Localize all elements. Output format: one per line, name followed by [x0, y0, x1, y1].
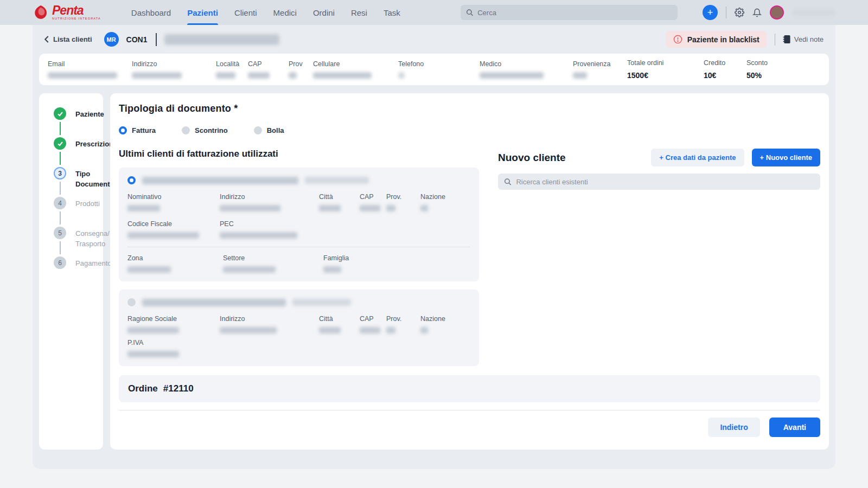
billing-clients-title: Ultimi clienti di fatturazione utilizzat… — [119, 149, 479, 159]
user-name-redacted — [792, 9, 835, 16]
step-tipo-documento[interactable]: 3 Tipo Documento — [54, 167, 99, 197]
search-icon — [504, 178, 511, 185]
info-field-credito: Credito 10€ — [704, 59, 746, 80]
patient-header: Lista clienti MR CON1 Paziente in blackl… — [39, 25, 829, 54]
radio-unselected-icon — [182, 126, 190, 134]
notifications-button[interactable] — [752, 8, 762, 17]
document-type-panel: Tipologia di documento * Fattura Scontri… — [110, 93, 829, 450]
settings-button[interactable] — [735, 8, 744, 17]
client2-title-redacted — [142, 299, 286, 306]
cap-redacted — [248, 72, 270, 79]
quick-add-button[interactable]: + — [703, 5, 718, 20]
user-avatar[interactable] — [770, 5, 784, 20]
info-field-email: Email — [48, 60, 132, 79]
nav-dashboard[interactable]: Dashboard — [131, 0, 171, 25]
prov-redacted — [289, 72, 297, 79]
new-client-panel: Nuovo cliente + Crea dati da paziente + … — [498, 149, 820, 366]
new-client-button[interactable]: + Nuovo cliente — [752, 149, 820, 166]
create-from-patient-button[interactable]: + Crea dati da paziente — [651, 149, 744, 166]
indirizzo1-redacted — [220, 205, 280, 211]
nav-task[interactable]: Task — [384, 0, 400, 25]
client-radio-selected[interactable] — [127, 176, 136, 184]
prov2-redacted — [386, 327, 395, 333]
nav-ordini[interactable]: Ordini — [313, 0, 335, 25]
gear-icon — [735, 8, 744, 17]
nav-resi[interactable]: Resi — [351, 0, 367, 25]
ragione-sociale-redacted — [127, 327, 179, 333]
back-button[interactable]: Indietro — [708, 418, 760, 437]
info-field-totale-ordini: Totale ordini 1500€ — [627, 59, 704, 80]
global-search-input[interactable] — [477, 9, 672, 17]
info-field-indirizzo: Indirizzo — [132, 60, 216, 79]
step-todo-circle: 5 — [54, 227, 66, 239]
radio-unselected-icon — [254, 126, 262, 134]
order-bar: Ordine #12110 — [119, 375, 820, 402]
header-divider — [156, 33, 157, 46]
back-to-list-link[interactable]: Lista clienti — [44, 35, 92, 43]
cap2-redacted — [360, 327, 380, 333]
search-icon — [466, 9, 473, 16]
client1-email-redacted — [305, 177, 369, 184]
nav-pazienti[interactable]: Pazienti — [187, 0, 218, 25]
radio-selected-icon — [119, 126, 127, 134]
nav-medici[interactable]: Medici — [273, 0, 297, 25]
client-radio-unselected[interactable] — [127, 298, 136, 306]
step-connector — [60, 211, 61, 224]
email-redacted — [48, 72, 117, 79]
citta1-redacted — [319, 205, 341, 211]
chevron-left-icon — [44, 36, 49, 43]
citta2-redacted — [319, 327, 341, 333]
step-todo-circle: 6 — [54, 256, 66, 269]
client-search-input[interactable] — [516, 178, 814, 186]
app-logo[interactable]: Penta NUTRIZIONE INTEGRATA — [33, 4, 101, 21]
next-button[interactable]: Avanti — [769, 418, 820, 437]
view-notes-button[interactable]: Vedi note — [783, 35, 824, 43]
client-search[interactable] — [498, 174, 820, 190]
topbar-divider — [726, 7, 726, 18]
workspace: Lista clienti MR CON1 Paziente in blackl… — [33, 25, 835, 469]
sconto-value: 50% — [746, 71, 779, 80]
global-search[interactable] — [461, 5, 678, 20]
step-paziente[interactable]: Paziente — [54, 107, 99, 137]
cap1-redacted — [360, 205, 380, 211]
radio-fattura[interactable]: Fattura — [119, 126, 156, 134]
main-nav: Dashboard Pazienti Clienti Medici Ordini… — [131, 0, 400, 25]
patient-avatar: MR — [104, 32, 119, 47]
step-connector — [60, 152, 61, 165]
new-client-title: Nuovo cliente — [498, 152, 566, 164]
step-current-circle: 3 — [54, 167, 66, 179]
nominativo-redacted — [127, 205, 160, 211]
billing-client-card-1[interactable]: Nominativo Indirizzo Città — [119, 168, 479, 281]
step-done-circle — [54, 137, 66, 150]
step-pagamento[interactable]: 6 Pagamento — [54, 256, 99, 269]
piva-redacted — [127, 351, 179, 357]
logo-tagline: NUTRIZIONE INTEGRATA — [52, 17, 101, 21]
telefono-redacted — [398, 72, 405, 79]
step-connector — [60, 241, 61, 254]
patient-name-redacted — [164, 34, 279, 45]
nav-clienti[interactable]: Clienti — [234, 0, 257, 25]
blacklist-label: Paziente in blacklist — [687, 35, 760, 44]
doc-type-title: Tipologia di documento * — [119, 103, 820, 114]
step-consegna-trasporto[interactable]: 5 Consegna/ Trasporto — [54, 227, 99, 256]
localita-redacted — [216, 72, 235, 79]
settore-redacted — [223, 266, 276, 273]
medico-redacted — [480, 72, 544, 79]
cellulare-redacted — [313, 72, 372, 79]
step-prescrizione[interactable]: Prescrizione — [54, 137, 99, 167]
step-prodotti[interactable]: 4 Prodotti — [54, 197, 99, 227]
blacklist-badge: Paziente in blacklist — [666, 31, 767, 48]
radio-bolla[interactable]: Bolla — [254, 126, 284, 134]
radio-scontrino[interactable]: Scontrino — [182, 126, 228, 134]
billing-client-card-2[interactable]: Ragione Sociale Indirizzo Città — [119, 290, 479, 366]
credito-value: 10€ — [704, 71, 746, 80]
penta-rose-icon — [33, 4, 49, 21]
pec-redacted — [220, 232, 297, 239]
zona-redacted — [127, 266, 171, 273]
client1-title-redacted — [142, 177, 298, 184]
info-field-prov: Prov — [289, 60, 313, 79]
wizard-stepper: Paziente Prescrizione 3 Tipo Documento — [39, 93, 103, 450]
check-icon — [57, 140, 63, 147]
info-field-telefono: Telefono — [398, 60, 480, 79]
topbar: Penta NUTRIZIONE INTEGRATA Dashboard Paz… — [0, 0, 868, 25]
